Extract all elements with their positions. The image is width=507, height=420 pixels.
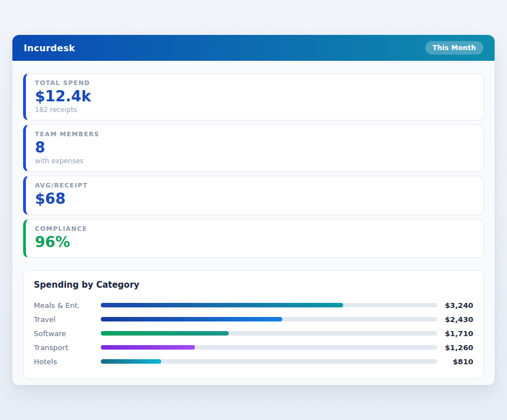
bar-fill: [101, 331, 229, 336]
stat-value: 96%: [35, 234, 474, 251]
spending-row: Travel $2,430: [34, 312, 473, 327]
stat-label: AVG/RECEIPT: [35, 182, 474, 189]
stat-sub: 182 receipts: [35, 106, 474, 114]
spending-row: Transport $1,260: [34, 341, 473, 355]
stat-sub: with expenses: [35, 157, 474, 165]
stat-label: COMPLIANCE: [35, 225, 474, 233]
stat-card-avg-receipt: AVG/RECEIPT $68: [23, 176, 484, 215]
category-value: $810: [437, 358, 473, 366]
stat-label: TOTAL SPEND: [35, 79, 474, 87]
spending-by-category-card: Spending by Category Meals & Ent. $3,240…: [23, 270, 484, 379]
stat-card-total-spend: TOTAL SPEND $12.4k 182 receipts: [23, 73, 484, 120]
stat-value: 8: [35, 139, 474, 157]
category-value: $1,260: [437, 343, 473, 352]
category-value: $2,430: [437, 315, 473, 324]
spending-row: Software $1,710: [34, 327, 473, 341]
category-label: Transport: [34, 343, 101, 352]
spending-row: Meals & Ent. $3,240: [34, 298, 473, 312]
bar-fill: [101, 317, 282, 321]
stat-value: $12.4k: [35, 88, 474, 105]
bar-track: [101, 345, 437, 350]
stat-card-compliance: COMPLIANCE 96%: [23, 219, 484, 258]
spending-rows: Meals & Ent. $3,240 Travel $2,430 Softwa…: [34, 298, 473, 369]
bar-track: [101, 303, 437, 307]
category-label: Hotels: [34, 358, 101, 366]
stat-value: $68: [35, 190, 474, 208]
period-badge[interactable]: This Month: [425, 41, 483, 55]
stat-label: TEAM MEMBERS: [35, 131, 474, 138]
bar-fill: [101, 303, 343, 307]
category-label: Meals & Ent.: [34, 301, 101, 310]
spending-row: Hotels $810: [34, 355, 473, 369]
incurdesk-panel: Incurdesk This Month TOTAL SPEND $12.4k …: [12, 35, 495, 385]
bar-fill: [101, 359, 161, 364]
stat-card-team-members: TEAM MEMBERS 8 with expenses: [23, 124, 484, 172]
app-header: Incurdesk This Month: [12, 35, 495, 61]
spending-title: Spending by Category: [34, 280, 473, 290]
category-label: Travel: [34, 315, 101, 324]
bar-track: [101, 359, 437, 364]
category-value: $1,710: [437, 329, 473, 338]
page-background: Incurdesk This Month TOTAL SPEND $12.4k …: [0, 0, 507, 420]
app-title: Incurdesk: [24, 43, 75, 53]
category-value: $3,240: [437, 301, 473, 310]
category-label: Software: [34, 329, 101, 338]
bar-track: [101, 317, 437, 321]
panel-content: TOTAL SPEND $12.4k 182 receipts TEAM MEM…: [12, 61, 495, 379]
bar-fill: [101, 345, 195, 350]
bar-track: [101, 331, 437, 336]
